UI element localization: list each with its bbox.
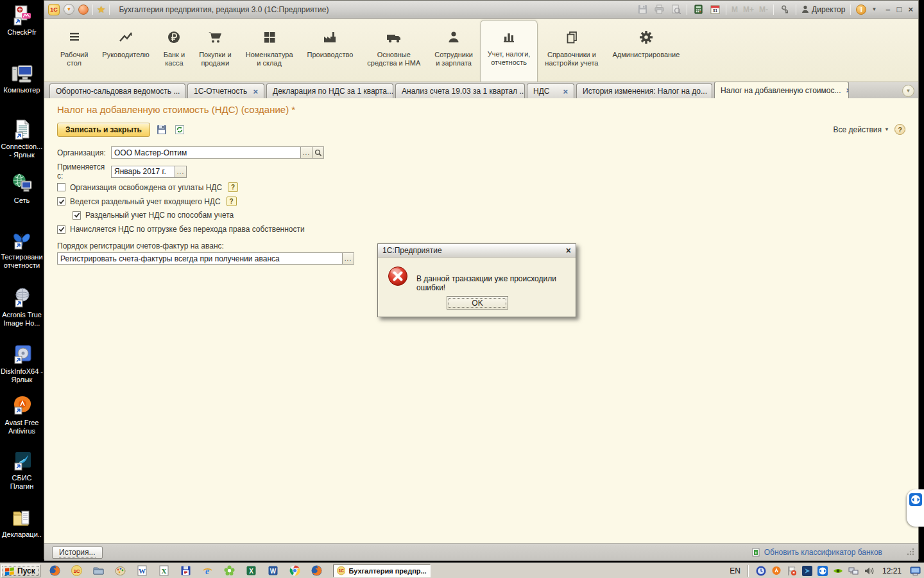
tab-1c-reporting[interactable]: 1С-Отчетность×	[187, 83, 264, 98]
teamviewer-tray-icon[interactable]	[817, 565, 828, 576]
ribbon-section-accounting-taxes[interactable]: Учет, налоги, отчетность	[480, 20, 538, 82]
volume-tray-icon[interactable]	[864, 565, 875, 576]
checkbox-checked[interactable]	[73, 211, 81, 220]
desktop-icon-declarations[interactable]: Деклараци..	[0, 506, 44, 539]
desktop-icon-testing[interactable]: Тестировани отчетности	[0, 229, 44, 270]
tools-wrench-icon[interactable]	[779, 4, 791, 15]
checkbox-exempt-vat[interactable]: Организация освобождена от уплаты НДС ?	[57, 182, 238, 192]
tab-close-icon[interactable]: ×	[253, 87, 258, 96]
tab-close-icon[interactable]: ×	[185, 87, 185, 96]
clock[interactable]: 12:21	[882, 566, 902, 575]
checkbox-unchecked[interactable]	[57, 183, 65, 191]
arrow-tray-icon[interactable]	[802, 565, 813, 576]
desktop-icon-computer[interactable]: Компьютер	[0, 62, 44, 94]
update-bank-classifier-link[interactable]: Обновить классификатор банков	[764, 548, 882, 557]
help-button[interactable]: ?	[894, 124, 905, 135]
resize-grip[interactable]	[907, 548, 914, 556]
checkbox-vat-on-shipment[interactable]: Начисляется НДС по отгрузке без перехода…	[57, 225, 305, 234]
desktop-icon-diskinfo[interactable]: DiskInfoX64 - Ярлык	[0, 343, 44, 384]
info-dropdown-icon[interactable]: ▼	[871, 6, 877, 12]
main-menu-button[interactable]: ▼	[64, 4, 74, 15]
desktop-icon-connection[interactable]: Connection... - Ярлык	[0, 118, 44, 159]
desktop-icon-acronis[interactable]: Acronis True Image Ho...	[0, 286, 44, 328]
tab-vat[interactable]: НДС×	[527, 83, 574, 98]
ribbon-section-purchases[interactable]: Покупки и продажи	[192, 21, 239, 82]
excel-green-icon[interactable]: X	[246, 565, 257, 577]
minimize-button[interactable]: –	[886, 5, 890, 14]
desktop-icon-network[interactable]: Сеть	[0, 172, 44, 205]
ok-button[interactable]: OK	[447, 296, 508, 310]
icq-flower-icon[interactable]	[224, 565, 235, 577]
desktop-icon-sbis[interactable]: СБИС Плагин	[0, 450, 44, 491]
1c-quick-icon[interactable]: 1С	[71, 565, 83, 577]
tab-osv[interactable]: Оборотно-сальдовая ведомость ...×	[49, 83, 185, 98]
organization-search-button[interactable]	[312, 146, 324, 159]
desktop-icon-checkpfr[interactable]: CheckPfr	[0, 4, 44, 37]
save-icon[interactable]	[637, 4, 648, 15]
teamviewer-panel-tab[interactable]	[907, 489, 924, 527]
organization-select-button[interactable]: ...	[301, 146, 312, 159]
tab-account-analysis[interactable]: Анализ счета 19.03 за 1 квартал ...×	[395, 83, 525, 98]
internet-explorer-icon[interactable]: e	[202, 565, 214, 577]
memory-mplus-button[interactable]: M+	[743, 5, 754, 14]
current-user[interactable]: Директор	[801, 5, 845, 14]
favorites-star-icon[interactable]: ★	[97, 4, 105, 15]
invoice-order-input[interactable]	[57, 252, 343, 265]
info-button[interactable]: i	[856, 4, 866, 15]
time-sync-tray-icon[interactable]	[756, 565, 767, 576]
ribbon-section-inventory[interactable]: Номенклатура и склад	[239, 21, 300, 82]
organization-input[interactable]	[111, 146, 301, 159]
applies-from-select-button[interactable]: ...	[175, 166, 187, 178]
all-actions-button[interactable]: Все действия▼	[834, 125, 889, 134]
network-tray-icon[interactable]	[848, 565, 859, 576]
ribbon-section-bank[interactable]: Банк и касса	[157, 21, 192, 82]
print-icon[interactable]	[653, 4, 665, 15]
help-tag[interactable]: ?	[228, 182, 238, 192]
memory-mminus-button[interactable]: M-	[759, 5, 768, 14]
ribbon-section-fixed-assets[interactable]: Основные средства и НМА	[360, 21, 427, 82]
ribbon-section-desktop[interactable]: Рабочий стол	[53, 21, 95, 82]
print-preview-icon[interactable]	[670, 4, 681, 15]
save-and-close-button[interactable]: Записать и закрыть	[57, 123, 150, 137]
start-button[interactable]: Пуск	[1, 565, 40, 577]
avast-tray-icon[interactable]	[771, 565, 782, 576]
firefox2-icon[interactable]	[311, 565, 323, 577]
dialog-titlebar[interactable]: 1С:Предприятие ×	[378, 244, 576, 258]
reread-icon[interactable]	[173, 123, 186, 136]
folder-icon[interactable]	[93, 565, 105, 577]
checkbox-checked[interactable]	[57, 197, 65, 206]
tab-close-icon[interactable]: ×	[563, 87, 568, 96]
help-tag[interactable]: ?	[227, 197, 237, 206]
taskbar-app-button[interactable]: 1С Бухгалтерия предпр...	[333, 565, 431, 577]
ribbon-section-references[interactable]: Справочники и настройки учета	[538, 21, 605, 82]
save-icon[interactable]	[155, 123, 168, 136]
tab-vat-new[interactable]: Налог на добавленную стоимос...×	[714, 82, 849, 98]
tab-close-icon[interactable]: ×	[846, 86, 849, 94]
action-center-flag-icon[interactable]	[787, 565, 798, 576]
ribbon-section-employees[interactable]: Сотрудники и зарплата	[427, 21, 480, 82]
excel-icon[interactable]: X	[158, 565, 170, 577]
language-indicator[interactable]: EN	[730, 566, 740, 575]
chrome-icon[interactable]	[289, 565, 301, 577]
word-blue-icon[interactable]: W	[268, 565, 279, 577]
maximize-button[interactable]: □	[897, 5, 902, 14]
tab-change-history[interactable]: История изменения: Налог на до...×	[576, 83, 712, 98]
checkbox-separate-vat-methods[interactable]: Раздельный учет НДС по способам учета	[73, 211, 234, 220]
word-icon[interactable]: W	[137, 565, 148, 577]
ribbon-section-administration[interactable]: Администрирование	[605, 21, 687, 82]
memory-m-button[interactable]: M	[732, 5, 738, 14]
checkbox-checked[interactable]	[57, 225, 65, 234]
history-button[interactable]: История...	[52, 547, 103, 559]
calendar-icon[interactable]: 31	[709, 4, 721, 15]
applies-from-input[interactable]	[111, 166, 175, 178]
tab-vat-declaration[interactable]: Декларация по НДС за 1 кварта...×	[266, 83, 393, 98]
calculator-icon[interactable]	[692, 4, 704, 15]
paint-icon[interactable]	[115, 565, 126, 577]
service-button[interactable]	[78, 4, 89, 15]
nvidia-tray-icon[interactable]	[833, 565, 844, 576]
save-floppy-icon[interactable]	[180, 565, 192, 577]
invoice-order-select-button[interactable]: ...	[343, 252, 354, 265]
tab-list-dropdown-button[interactable]: ▼	[902, 85, 914, 97]
firefox-icon[interactable]	[49, 565, 61, 577]
close-button[interactable]: ×	[908, 5, 913, 14]
